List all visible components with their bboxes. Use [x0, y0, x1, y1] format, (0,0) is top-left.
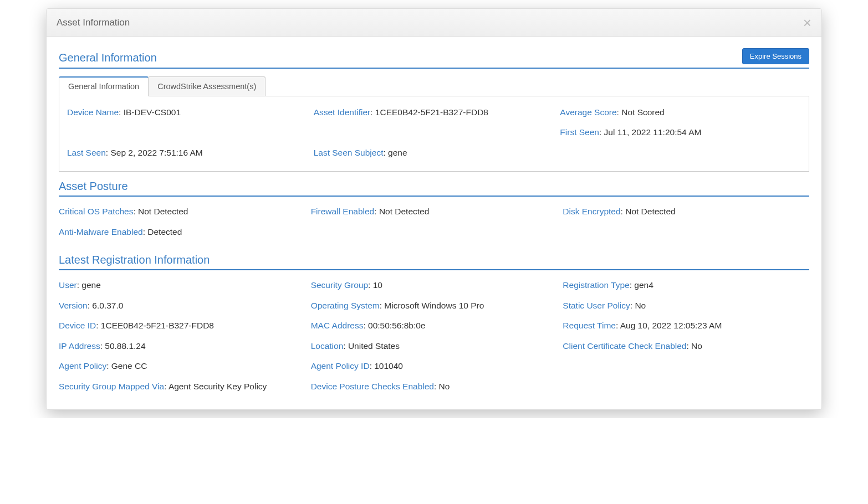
tabs: General Information CrowdStrike Assessme…	[59, 76, 809, 96]
modal-title: Asset Information	[57, 17, 130, 28]
label-device-posture-checks: Device Posture Checks Enabled	[311, 382, 434, 391]
field-anti-malware: Anti-Malware Enabled: Detected	[59, 226, 305, 238]
field-last-seen: Last Seen: Sep 2, 2022 7:51:16 AM	[67, 147, 308, 159]
field-device-name: Device Name: IB-DEV-CS001	[67, 106, 308, 139]
field-average-score: Average Score: Not Scored	[560, 106, 801, 119]
field-version: Version: 6.0.37.0	[59, 300, 305, 312]
label-security-group-mapped: Security Group Mapped Via	[59, 382, 164, 391]
value-user: gene	[81, 280, 100, 290]
value-static-user-policy: No	[635, 301, 646, 310]
field-agent-policy: Agent Policy: Gene CC	[59, 360, 305, 372]
label-security-group: Security Group	[311, 280, 368, 290]
registration-grid: User: gene Security Group: 10 Registrati…	[59, 279, 809, 393]
section-header-posture: Asset Posture	[59, 180, 809, 197]
tab-crowdstrike-assessments[interactable]: CrowdStrike Assessment(s)	[148, 76, 265, 96]
field-operating-system: Operating System: Microsoft Windows 10 P…	[311, 300, 558, 312]
field-device-posture-checks: Device Posture Checks Enabled: No	[311, 380, 558, 393]
field-firewall-enabled: Firewall Enabled: Not Detected	[311, 205, 558, 218]
label-agent-policy-id: Agent Policy ID	[311, 361, 370, 371]
value-average-score: Not Scored	[621, 107, 665, 117]
value-agent-policy: Gene CC	[111, 361, 147, 371]
field-user: User: gene	[59, 279, 305, 291]
label-average-score: Average Score	[560, 107, 616, 117]
field-client-cert-check: Client Certificate Check Enabled: No	[563, 340, 809, 352]
close-icon[interactable]: ×	[803, 16, 811, 30]
field-location: Location: United States	[311, 340, 558, 352]
field-security-group: Security Group: 10	[311, 279, 558, 291]
field-asset-identifier: Asset Identifier: 1CEE0B42-5F21-B327-FDD…	[314, 106, 555, 139]
value-last-seen-subject: gene	[388, 148, 407, 157]
label-request-time: Request Time	[563, 321, 616, 330]
label-disk-encrypted: Disk Encrypted	[563, 207, 620, 216]
section-header-registration: Latest Registration Information	[59, 254, 809, 270]
value-registration-type: gen4	[634, 280, 653, 290]
value-request-time: Aug 10, 2022 12:05:23 AM	[620, 321, 722, 330]
value-device-id: 1CEE0B42-5F21-B327-FDD8	[101, 321, 214, 330]
section-title-registration: Latest Registration Information	[59, 254, 809, 266]
label-ip-address: IP Address	[59, 341, 100, 351]
field-static-user-policy: Static User Policy: No	[563, 300, 809, 312]
label-registration-type: Registration Type	[563, 280, 629, 290]
empty-cell	[563, 380, 809, 393]
value-location: United States	[348, 341, 400, 351]
value-version: 6.0.37.0	[92, 301, 123, 310]
label-device-id: Device ID	[59, 321, 96, 330]
field-ip-address: IP Address: 50.88.1.24	[59, 340, 305, 352]
empty-cell	[560, 147, 801, 159]
label-asset-identifier: Asset Identifier	[314, 107, 371, 117]
value-disk-encrypted: Not Detected	[625, 207, 675, 216]
section-title-general: General Information	[59, 52, 157, 64]
field-request-time: Request Time: Aug 10, 2022 12:05:23 AM	[563, 320, 809, 332]
section-title-posture: Asset Posture	[59, 180, 809, 193]
value-anti-malware: Detected	[147, 227, 182, 236]
value-mac-address: 00:50:56:8b:0e	[368, 321, 425, 330]
value-operating-system: Microsoft Windows 10 Pro	[384, 301, 484, 310]
field-registration-type: Registration Type: gen4	[563, 279, 809, 291]
label-version: Version	[59, 301, 88, 310]
expire-sessions-button[interactable]: Expire Sessions	[742, 48, 809, 64]
value-last-seen: Sep 2, 2022 7:51:16 AM	[110, 148, 202, 157]
label-anti-malware: Anti-Malware Enabled	[59, 227, 143, 236]
section-header-general: General Information Expire Sessions	[59, 48, 809, 69]
value-critical-os-patches: Not Detected	[138, 207, 188, 216]
value-device-posture-checks: No	[439, 382, 450, 391]
label-critical-os-patches: Critical OS Patches	[59, 207, 133, 216]
general-info-grid: Device Name: IB-DEV-CS001 Asset Identifi…	[67, 106, 801, 159]
value-ip-address: 50.88.1.24	[105, 341, 145, 351]
field-device-id: Device ID: 1CEE0B42-5F21-B327-FDD8	[59, 320, 305, 332]
label-client-cert-check: Client Certificate Check Enabled	[563, 341, 686, 351]
field-disk-encrypted: Disk Encrypted: Not Detected	[563, 205, 809, 218]
asset-information-modal: Asset Information × General Information …	[46, 8, 822, 410]
col-avg-first: Average Score: Not Scored First Seen: Ju…	[560, 106, 801, 139]
label-location: Location	[311, 341, 344, 351]
label-last-seen-subject: Last Seen Subject	[314, 148, 384, 157]
field-critical-os-patches: Critical OS Patches: Not Detected	[59, 205, 305, 218]
value-client-cert-check: No	[691, 341, 702, 351]
label-static-user-policy: Static User Policy	[563, 301, 630, 310]
label-first-seen: First Seen	[560, 127, 599, 137]
modal-header: Asset Information ×	[47, 9, 821, 37]
empty-cell	[563, 360, 809, 372]
label-mac-address: MAC Address	[311, 321, 364, 330]
field-security-group-mapped: Security Group Mapped Via: Agent Securit…	[59, 380, 305, 393]
value-agent-policy-id: 101040	[374, 361, 403, 371]
value-first-seen: Jul 11, 2022 11:20:54 AM	[604, 127, 702, 137]
field-agent-policy-id: Agent Policy ID: 101040	[311, 360, 558, 372]
value-device-name: IB-DEV-CS001	[124, 107, 181, 117]
label-user: User	[59, 280, 77, 290]
tab-panel-general: Device Name: IB-DEV-CS001 Asset Identifi…	[59, 96, 809, 172]
label-device-name: Device Name	[67, 107, 119, 117]
field-mac-address: MAC Address: 00:50:56:8b:0e	[311, 320, 558, 332]
posture-grid: Critical OS Patches: Not Detected Firewa…	[59, 205, 809, 238]
label-operating-system: Operating System	[311, 301, 380, 310]
field-first-seen: First Seen: Jul 11, 2022 11:20:54 AM	[560, 126, 801, 138]
value-asset-identifier: 1CEE0B42-5F21-B327-FDD8	[375, 107, 488, 117]
tab-general-information[interactable]: General Information	[59, 76, 149, 96]
value-firewall-enabled: Not Detected	[379, 207, 429, 216]
label-agent-policy: Agent Policy	[59, 361, 106, 371]
value-security-group: 10	[373, 280, 382, 290]
modal-body: General Information Expire Sessions Gene…	[47, 37, 821, 409]
label-firewall-enabled: Firewall Enabled	[311, 207, 375, 216]
field-last-seen-subject: Last Seen Subject: gene	[314, 147, 555, 159]
label-last-seen: Last Seen	[67, 148, 106, 157]
